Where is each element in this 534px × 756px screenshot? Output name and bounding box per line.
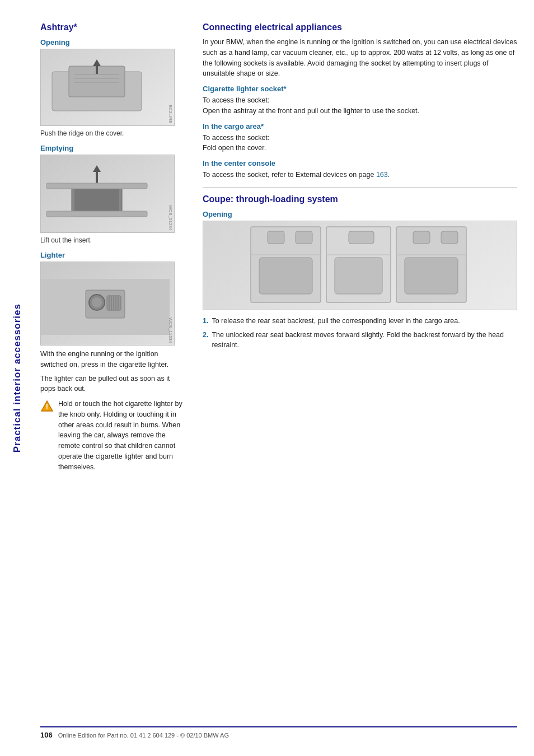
opening-subtitle: Opening (40, 38, 186, 46)
warning-box: ! Hold or touch the hot cigarette lighte… (40, 399, 186, 472)
svg-rect-37 (413, 231, 430, 244)
ashtray-emptying-image: WCS_01234 (40, 155, 175, 233)
ashtray-opening-img-label: BC2LIRE (168, 105, 173, 123)
svg-rect-3 (96, 66, 98, 74)
section-divider (203, 187, 517, 188)
center-console-body: To access the socket, refer to External … (203, 170, 517, 180)
page-footer: 106 Online Edition for Part no. 01 41 2 … (40, 726, 517, 739)
coupe-step-2: 2. The unlocked rear seat backrest moves… (203, 330, 517, 351)
step2-text: The unlocked rear seat backrest moves fo… (212, 330, 517, 351)
ashtray-title: Ashtray* (40, 22, 186, 32)
sidebar-label: Practical interior accessories (12, 304, 23, 452)
svg-marker-9 (93, 165, 101, 172)
right-column: Connecting electrical appliances In your… (203, 22, 517, 715)
two-col-layout: Ashtray* Opening (40, 22, 517, 715)
main-content: Ashtray* Opening (35, 0, 534, 756)
svg-rect-31 (259, 258, 312, 294)
footer-text: Online Edition for Part no. 01 41 2 604 … (58, 732, 229, 739)
sidebar: Practical interior accessories (0, 0, 35, 756)
svg-rect-8 (74, 189, 119, 214)
svg-rect-11 (46, 183, 147, 189)
svg-rect-36 (349, 231, 374, 244)
opening-caption: Push the ridge on the cover. (40, 129, 186, 137)
cigarette-body: To access the socket:Open the ashtray at… (203, 95, 517, 116)
svg-rect-12 (46, 211, 147, 217)
page-container: Practical interior accessories Ashtray* … (0, 0, 534, 756)
svg-rect-32 (335, 258, 382, 294)
svg-point-16 (92, 297, 102, 307)
emptying-img-label: WCS_01234 (168, 205, 173, 230)
warning-icon: ! (40, 400, 54, 413)
warning-text: Hold or touch the hot cigarette lighter … (58, 399, 186, 472)
svg-rect-35 (296, 231, 312, 244)
coupe-opening-title: Opening (203, 210, 517, 218)
step1-text: To release the rear seat backrest, pull … (212, 316, 460, 326)
svg-rect-33 (405, 258, 458, 294)
emptying-subtitle: Emptying (40, 144, 186, 152)
coupe-title: Coupe: through-loading system (203, 194, 517, 204)
lighter-subtitle: Lighter (40, 251, 186, 259)
coupe-step-1: 1. To release the rear seat backrest, pu… (203, 316, 517, 326)
lighter-body1: With the engine running or the ignition … (40, 349, 186, 370)
page-163-link[interactable]: 163 (376, 171, 388, 179)
connecting-title: Connecting electrical appliances (203, 22, 517, 32)
svg-rect-38 (441, 231, 458, 244)
connecting-body: In your BMW, when the engine is running … (203, 37, 517, 79)
svg-marker-2 (93, 59, 101, 66)
step1-num: 1. (203, 316, 208, 326)
step2-num: 2. (203, 330, 208, 351)
cargo-body: To access the socket:Fold open the cover… (203, 133, 517, 154)
cargo-title: In the cargo area* (203, 122, 517, 130)
page-number: 106 (40, 731, 53, 739)
ashtray-opening-image: BC2LIRE (40, 49, 175, 126)
lighter-body2: The lighter can be pulled out as soon as… (40, 374, 186, 395)
center-console-title: In the center console (203, 159, 517, 167)
emptying-caption: Lift out the insert. (40, 236, 186, 244)
through-loading-image (203, 221, 517, 310)
lighter-image: WCS_11234 (40, 262, 175, 346)
cigarette-title: Cigarette lighter socket* (203, 85, 517, 93)
svg-rect-34 (268, 231, 284, 244)
lighter-img-label: WCS_11234 (168, 318, 173, 343)
coupe-steps-list: 1. To release the rear seat backrest, pu… (203, 316, 517, 351)
svg-text:!: ! (46, 403, 48, 411)
left-column: Ashtray* Opening (40, 22, 186, 715)
